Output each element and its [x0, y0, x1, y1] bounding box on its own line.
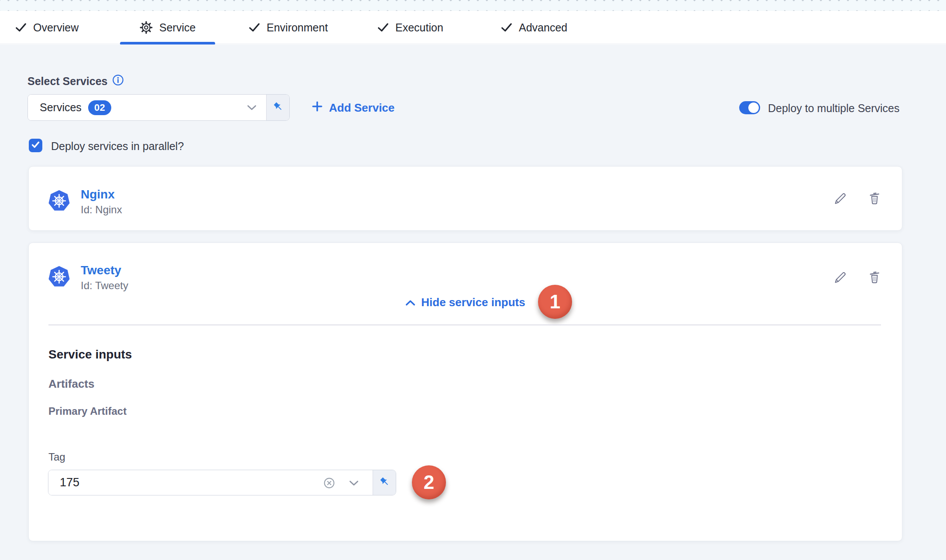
chevron-up-icon [405, 296, 415, 309]
tag-field-control [48, 470, 396, 495]
services-count-badge: 02 [88, 100, 111, 115]
primary-artifact-heading: Primary Artifact [48, 405, 127, 417]
delete-trash-icon[interactable] [867, 191, 882, 206]
service-inputs-heading: Service inputs [48, 348, 132, 362]
service-card-actions [833, 191, 882, 206]
kubernetes-icon [48, 190, 70, 213]
service-name-link[interactable]: Tweety [81, 264, 128, 277]
hide-service-inputs-link[interactable]: Hide service inputs [29, 296, 902, 309]
tab-label: Service [159, 21, 195, 34]
pipeline-canvas-dots-strip [0, 0, 946, 11]
service-name-link[interactable]: Nginx [81, 188, 122, 201]
gear-icon [140, 21, 153, 34]
toggle-knob [748, 102, 759, 113]
services-dropdown-value-area[interactable]: Services 02 [28, 95, 266, 120]
pushpin-icon [272, 101, 284, 114]
check-icon [501, 22, 512, 33]
tag-pin-button[interactable] [373, 470, 396, 495]
plus-icon [311, 100, 323, 116]
tag-field-label: Tag [48, 451, 65, 463]
info-circle-icon[interactable] [112, 74, 124, 89]
deploy-parallel-label: Deploy services in parallel? [51, 140, 184, 153]
annotation-number: 2 [424, 471, 434, 493]
service-card-titles: Nginx Id: Nginx [81, 188, 122, 216]
annotation-badge-2: 2 [412, 465, 446, 499]
tab-label: Advanced [519, 21, 567, 34]
delete-trash-icon[interactable] [867, 270, 882, 285]
chevron-down-icon [247, 104, 257, 111]
check-icon [31, 140, 40, 151]
tab-execution[interactable]: Execution [377, 11, 443, 44]
kubernetes-icon [48, 266, 70, 289]
check-icon [15, 22, 27, 33]
tab-advanced[interactable]: Advanced [501, 11, 567, 44]
tab-label: Execution [395, 21, 443, 34]
services-pin-button[interactable] [266, 95, 289, 120]
edit-pencil-icon[interactable] [833, 270, 848, 285]
services-dropdown-value: Services [40, 101, 82, 114]
service-id-label: Id: Nginx [81, 204, 122, 216]
select-services-label: Select Services [27, 75, 107, 88]
deploy-multiple-services-label: Deploy to multiple Services [768, 102, 900, 115]
annotation-badge-1: 1 [538, 285, 572, 319]
artifacts-heading: Artifacts [48, 377, 94, 391]
service-config-page: Overview Service [0, 0, 946, 560]
service-id-label: Id: Tweety [81, 280, 128, 292]
deploy-parallel-checkbox[interactable] [29, 139, 42, 152]
service-card-titles: Tweety Id: Tweety [81, 264, 128, 292]
service-card-header: Tweety Id: Tweety [48, 264, 128, 292]
tag-input-wrap [48, 470, 373, 495]
service-card-tweety: Tweety Id: Tweety [28, 242, 902, 541]
service-card-nginx: Nginx Id: Nginx [28, 166, 902, 231]
service-card-header: Nginx Id: Nginx [48, 188, 122, 216]
tab-overview[interactable]: Overview [15, 11, 79, 44]
check-icon [249, 22, 260, 33]
check-icon [377, 22, 389, 33]
service-card-actions [833, 270, 882, 285]
select-services-label-row: Select Services [27, 74, 124, 89]
annotation-number: 1 [550, 291, 560, 313]
clear-circle-x-icon[interactable] [322, 476, 336, 490]
tab-environment[interactable]: Environment [249, 11, 328, 44]
add-service-label: Add Service [329, 101, 394, 115]
tab-label: Overview [33, 21, 79, 34]
edit-pencil-icon[interactable] [833, 191, 848, 206]
service-tab-content: Select Services Services 02 [0, 44, 946, 560]
services-dropdown[interactable]: Services 02 [27, 94, 290, 121]
hide-service-inputs-label: Hide service inputs [421, 296, 525, 309]
stage-tabbar: Overview Service [0, 11, 946, 44]
tab-label: Environment [267, 21, 328, 34]
chevron-down-icon[interactable] [349, 480, 359, 486]
add-service-button[interactable]: Add Service [311, 100, 394, 116]
deploy-multiple-services-toggle[interactable] [739, 101, 760, 114]
pushpin-icon [379, 476, 391, 489]
card-divider [48, 324, 881, 325]
tab-service[interactable]: Service [120, 11, 215, 44]
